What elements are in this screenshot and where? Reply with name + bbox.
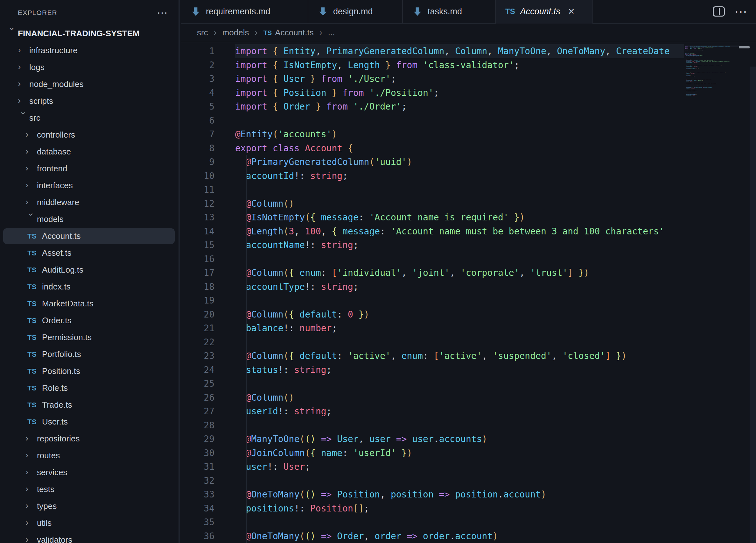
- ts-file-icon: TS: [27, 266, 38, 274]
- tab-label: tasks.md: [428, 7, 462, 17]
- code-line-9[interactable]: 9 @PrimaryGeneratedColumn('uuid'): [181, 155, 684, 169]
- code-line-29[interactable]: 29 @ManyToOne(() => User, user => user.a…: [181, 432, 684, 446]
- code-line-28[interactable]: 28: [181, 419, 684, 433]
- code-line-18[interactable]: 18 accountType!: string;: [181, 280, 684, 294]
- code-line-33[interactable]: 33 @OneToMany(() => Position, position =…: [181, 488, 684, 502]
- tree-item-src[interactable]: ›src: [0, 109, 177, 126]
- code-line-14[interactable]: 14 @Length(3, 100, { message: 'Account n…: [181, 224, 684, 238]
- line-number: 8: [181, 141, 235, 155]
- code-line-19[interactable]: 19: [181, 294, 684, 308]
- scrollbar-track[interactable]: [750, 67, 756, 543]
- close-icon[interactable]: ✕: [568, 7, 575, 17]
- code-line-25[interactable]: 25: [181, 377, 684, 391]
- tab-Account.ts[interactable]: TSAccount.ts✕: [496, 0, 593, 23]
- tree-item-FINANCIAL-TRADING-SYSTEM[interactable]: ›FINANCIAL-TRADING-SYSTEM: [0, 25, 177, 42]
- ts-file-icon: TS: [27, 317, 38, 325]
- code-line-17[interactable]: 17 @Column({ enum: ['individual', 'joint…: [181, 266, 684, 280]
- tree-item-User.ts[interactable]: TSUser.ts: [0, 413, 177, 430]
- tree-item-label: controllers: [37, 130, 75, 140]
- tree-item-routes[interactable]: ›routes: [0, 447, 177, 464]
- code-line-10[interactable]: 10 accountId!: string;: [181, 169, 684, 183]
- code-line-23[interactable]: 23 @Column({ default: 'active', enum: ['…: [181, 349, 684, 363]
- tree-item-infrastructure[interactable]: ›infrastructure: [0, 42, 177, 59]
- code-editor[interactable]: 1import { Entity, PrimaryGeneratedColumn…: [181, 43, 756, 543]
- breadcrumb-item-Account.ts[interactable]: TSAccount.ts: [263, 28, 314, 38]
- line-number: 22: [181, 335, 235, 349]
- tree-item-services[interactable]: ›services: [0, 464, 177, 481]
- code-line-13[interactable]: 13 @IsNotEmpty({ message: 'Account name …: [181, 210, 684, 224]
- code-line-34[interactable]: 34 positions!: Position[];: [181, 502, 684, 516]
- code-line-12[interactable]: 12 @Column(): [181, 197, 684, 211]
- tab-tasks.md[interactable]: tasks.md: [403, 0, 496, 23]
- tree-item-frontend[interactable]: ›frontend: [0, 160, 177, 177]
- code-line-24[interactable]: 24 status!: string;: [181, 363, 684, 377]
- code-line-7[interactable]: 7@Entity('accounts'): [181, 127, 684, 141]
- code-line-27[interactable]: 27 userId!: string;: [181, 405, 684, 419]
- tree-item-database[interactable]: ›database: [0, 143, 177, 160]
- code-line-2[interactable]: 2import { IsNotEmpty, Length } from 'cla…: [181, 58, 684, 72]
- code-line-21[interactable]: 21 balance!: number;: [181, 321, 684, 335]
- line-number: 24: [181, 363, 235, 377]
- code-line-31[interactable]: 31 user!: User;: [181, 460, 684, 474]
- tree-item-models[interactable]: ›models: [0, 211, 177, 228]
- tree-item-AuditLog.ts[interactable]: TSAuditLog.ts: [0, 261, 177, 279]
- tree-item-label: FINANCIAL-TRADING-SYSTEM: [18, 29, 140, 39]
- code-line-4[interactable]: 4import { Position } from './Position';: [181, 86, 684, 100]
- tab-design.md[interactable]: design.md: [308, 0, 403, 23]
- tree-item-Permission.ts[interactable]: TSPermission.ts: [0, 329, 177, 346]
- code-line-22[interactable]: 22: [181, 335, 684, 349]
- explorer-title: EXPLORER: [18, 9, 157, 17]
- tree-item-Position.ts[interactable]: TSPosition.ts: [0, 363, 177, 380]
- tree-item-repositories[interactable]: ›repositories: [0, 430, 177, 447]
- more-actions-icon[interactable]: ⋯: [157, 7, 168, 18]
- tree-item-scripts[interactable]: ›scripts: [0, 93, 177, 109]
- tree-item-label: infrastructure: [29, 46, 78, 55]
- tree-item-tests[interactable]: ›tests: [0, 481, 177, 498]
- tree-item-logs[interactable]: ›logs: [0, 59, 177, 76]
- tree-item-Order.ts[interactable]: TSOrder.ts: [0, 312, 177, 329]
- line-number: 11: [181, 183, 235, 197]
- tree-item-label: repositories: [37, 434, 80, 444]
- code-line-36[interactable]: 36 @OneToMany(() => Order, order => orde…: [181, 529, 684, 543]
- tree-item-interfaces[interactable]: ›interfaces: [0, 177, 177, 194]
- tree-item-Trade.ts[interactable]: TSTrade.ts: [0, 397, 177, 413]
- tree-item-Asset.ts[interactable]: TSAsset.ts: [0, 244, 177, 261]
- split-editor-icon[interactable]: [713, 6, 725, 17]
- tree-item-index.ts[interactable]: TSindex.ts: [0, 279, 177, 295]
- tree-item-types[interactable]: ›types: [0, 498, 177, 515]
- code-line-1[interactable]: 1import { Entity, PrimaryGeneratedColumn…: [181, 44, 684, 58]
- breadcrumb-item-src[interactable]: src: [197, 28, 208, 38]
- code-line-30[interactable]: 30 @JoinColumn({ name: 'userId' }): [181, 446, 684, 460]
- code-line-26[interactable]: 26 @Column(): [181, 391, 684, 405]
- code-line-11[interactable]: 11: [181, 183, 684, 197]
- tree-item-validators[interactable]: ›validators: [0, 532, 177, 543]
- minimap[interactable]: import { Entity, PrimaryGeneratedColumn,…: [685, 46, 739, 109]
- tree-item-Account.ts[interactable]: TSAccount.ts: [0, 228, 177, 244]
- tree-item-node_modules[interactable]: ›node_modules: [0, 76, 177, 93]
- code-line-3[interactable]: 3import { User } from './User';: [181, 72, 684, 86]
- breadcrumb-item-...[interactable]: ...: [328, 28, 335, 38]
- code-line-5[interactable]: 5import { Order } from './Order';: [181, 100, 684, 114]
- tree-item-utils[interactable]: ›utils: [0, 515, 177, 532]
- code-line-20[interactable]: 20 @Column({ default: 0 }): [181, 308, 684, 322]
- line-number: 4: [181, 86, 235, 100]
- tree-item-Portfolio.ts[interactable]: TSPortfolio.ts: [0, 346, 177, 363]
- ts-file-icon: TS: [27, 334, 38, 342]
- code-line-16[interactable]: 16: [181, 252, 684, 266]
- tree-item-label: services: [37, 468, 67, 477]
- chevron-right-icon: ›: [18, 95, 29, 106]
- breadcrumb-item-models[interactable]: models: [222, 28, 249, 38]
- tree-item-middleware[interactable]: ›middleware: [0, 194, 177, 211]
- tree-item-controllers[interactable]: ›controllers: [0, 126, 177, 143]
- code-line-8[interactable]: 8export class Account {: [181, 141, 684, 155]
- chevron-down-icon: ›: [26, 213, 36, 224]
- tree-item-Role.ts[interactable]: TSRole.ts: [0, 380, 177, 397]
- tab-requirements.md[interactable]: requirements.md: [181, 0, 308, 23]
- code-line-32[interactable]: 32: [181, 474, 684, 488]
- code-line-35[interactable]: 35: [181, 515, 684, 529]
- code-line-15[interactable]: 15 accountName!: string;: [181, 238, 684, 252]
- tree-item-MarketData.ts[interactable]: TSMarketData.ts: [0, 295, 177, 312]
- tree-item-label: User.ts: [42, 417, 68, 427]
- file-tree: ›FINANCIAL-TRADING-SYSTEM›infrastructure…: [0, 25, 177, 543]
- code-line-6[interactable]: 6: [181, 114, 684, 128]
